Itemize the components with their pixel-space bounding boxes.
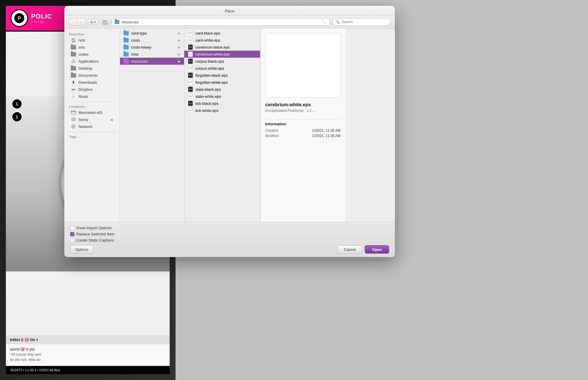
view-chevron-icon: ▾ <box>94 20 96 24</box>
file-item-cerebrium-black[interactable]: EPS cerebrium-black.eps <box>184 44 260 51</box>
preview-modified-row: Modified 1/29/21, 11:35 AM <box>265 134 341 138</box>
macintosh-hd-icon <box>71 110 76 115</box>
file-item-costs-heavy[interactable]: costs-heavy ▶ <box>120 44 184 51</box>
arrow-icon: ▶ <box>178 32 180 35</box>
eps-tick-black-icon: EPS <box>188 101 193 106</box>
documents-icon <box>71 73 76 78</box>
file-item-name-cerebrium-white: cerebrium-white.eps <box>195 52 257 57</box>
search-input[interactable] <box>342 20 388 24</box>
eps-cerebrium-white-icon: EPS <box>188 52 193 57</box>
eps-forgotten-white-icon: EPS <box>188 80 193 85</box>
create-captions-row: Create Static Captions <box>70 238 389 242</box>
sidebar-item-label-arts: arts <box>78 45 85 49</box>
sidebar-item-macintosh-hd[interactable]: Macintosh HD <box>66 109 118 116</box>
sidebar-item-nick[interactable]: 🏠 nick <box>66 37 118 44</box>
search-box: 🔍 <box>332 18 391 26</box>
svg-rect-13 <box>72 119 75 120</box>
sidebar-item-label-desktop: Desktop <box>78 66 92 71</box>
options-button[interactable]: Options <box>70 245 93 254</box>
file-item-misc[interactable]: misc ▶ <box>120 51 184 58</box>
comic-text-area: spend 🎯 to pla "Of course they won for t… <box>6 344 170 366</box>
file-item-name-misc: misc <box>131 52 176 57</box>
folder-misc-icon <box>123 52 129 57</box>
file-item-name-cerebrium-black: cerebrium-black.eps <box>195 45 257 49</box>
file-column-2: EPS card-black.eps EPS card-white.eps EP… <box>184 28 260 222</box>
file-item-resources[interactable]: resources ▶ <box>120 58 184 65</box>
dialog-buttons-row: Options Cancel Open <box>70 245 389 254</box>
open-button[interactable]: Open <box>365 245 389 254</box>
tags-label: Tags <box>64 134 120 139</box>
file-item-name-card-black: card-black.eps <box>195 31 257 35</box>
view-button[interactable]: ⊞ ▾ <box>88 19 99 25</box>
show-import-options-checkbox[interactable] <box>70 226 74 230</box>
file-item-card-type[interactable]: card-type ▶ <box>120 30 184 37</box>
sidebar-item-servy[interactable]: Servy ⏏ <box>66 116 118 123</box>
back-button[interactable]: ‹ <box>69 19 77 25</box>
new-folder-button[interactable] <box>101 19 109 25</box>
preview-filetype: Encapsulated PostScript · 1.2… <box>265 109 341 113</box>
sidebar-item-music[interactable]: ♪ Music <box>66 93 118 100</box>
file-item-name-costs: costs <box>131 38 176 42</box>
file-item-card-white[interactable]: EPS card-white.eps <box>184 37 260 44</box>
sidebar-item-applications[interactable]: Applications <box>66 58 118 65</box>
location-dropdown[interactable]: resources ⌃⌄ <box>111 18 330 26</box>
cancel-button[interactable]: Cancel <box>338 245 362 254</box>
replace-selected-checkbox[interactable] <box>70 232 74 236</box>
sidebar-item-downloads[interactable]: ⬇ Downloads <box>66 79 118 86</box>
create-captions-checkbox-item[interactable]: Create Static Captions <box>70 238 114 242</box>
show-import-options-checkbox-item[interactable]: Show Import Options <box>70 226 111 230</box>
sidebar-item-label-macintosh-hd: Macintosh HD <box>78 110 102 115</box>
file-column-1: card-type ▶ costs ▶ costs-heavy ▶ <box>120 28 184 222</box>
file-item-tick-black[interactable]: EPS tick-black.eps <box>184 100 260 107</box>
eps-card-white-icon: EPS <box>188 37 193 43</box>
sidebar-item-dropbox[interactable]: Dropbox <box>66 86 118 93</box>
comic-subtitle: PHYSI <box>31 20 52 24</box>
sidebar-item-desktop[interactable]: Desktop <box>66 65 118 72</box>
file-item-corpus-white[interactable]: EPS corpus-white.eps <box>184 65 260 72</box>
nav-group: ‹ › <box>68 18 85 25</box>
folder-costs-heavy-icon <box>123 44 129 50</box>
eject-icon[interactable]: ⏏ <box>110 118 113 121</box>
folder-arts-icon <box>71 44 76 50</box>
sidebar-item-documents[interactable]: Documents <box>66 72 118 79</box>
file-item-name-forgotten-white: forgotten-white.eps <box>195 80 257 85</box>
sidebar-item-label-servy: Servy <box>78 117 88 122</box>
file-item-state-black[interactable]: EPS state-black.eps <box>184 86 260 93</box>
file-item-tick-white[interactable]: EPS tick-white.eps <box>184 107 260 114</box>
sidebar-item-label-codes: codes <box>78 52 89 57</box>
file-item-state-white[interactable]: EPS state-white.eps <box>184 93 260 100</box>
forward-button[interactable]: › <box>77 19 85 25</box>
sidebar: Favorites 🏠 nick arts codes <box>64 28 120 222</box>
file-item-corpus-black[interactable]: EPS corpus-black.eps <box>184 58 260 65</box>
file-item-costs[interactable]: costs ▶ <box>120 37 184 44</box>
eps-cerebrium-black-icon: EPS <box>188 44 193 50</box>
location-folder-icon <box>115 20 119 24</box>
file-item-forgotten-white[interactable]: EPS forgotten-white.eps <box>184 79 260 86</box>
replace-selected-checkbox-item[interactable]: Replace Selected Item <box>70 232 114 236</box>
sidebar-item-arts[interactable]: arts <box>66 44 118 51</box>
create-captions-checkbox[interactable] <box>70 238 74 242</box>
folder-codes-icon <box>71 52 76 57</box>
create-captions-label: Create Static Captions <box>76 238 114 242</box>
downloads-icon: ⬇ <box>71 80 76 85</box>
file-item-name-state-black: state-black.eps <box>195 87 257 92</box>
dialog-bottom: Show Import Options Replace Selected Ite… <box>64 222 395 257</box>
replace-selected-label: Replace Selected Item <box>76 232 114 236</box>
comic-bottom-bar: 053/072 • v.1.05.3 • ©2021 Ad Atra <box>6 366 170 374</box>
eps-card-black-icon: EPS <box>188 30 193 36</box>
file-item-name-resources: resources <box>131 59 176 64</box>
file-item-card-black[interactable]: EPS card-black.eps <box>184 30 260 37</box>
sidebar-item-codes[interactable]: codes <box>66 51 118 58</box>
dialog-title: Place <box>225 9 235 13</box>
sidebar-item-label-applications: Applications <box>78 59 99 64</box>
dialog-titlebar: Place <box>64 6 395 16</box>
sidebar-item-network[interactable]: Network <box>66 123 118 130</box>
svg-marker-9 <box>72 59 75 62</box>
sidebar-item-label-downloads: Downloads <box>78 80 97 85</box>
file-item-name-corpus-white: corpus-white.eps <box>195 66 257 71</box>
file-item-cerebrium-white[interactable]: EPS cerebrium-white.eps <box>184 51 260 58</box>
created-label: Created <box>265 129 278 133</box>
folder-costs-icon <box>123 37 129 43</box>
location-name: resources <box>122 20 319 24</box>
file-item-forgotten-black[interactable]: EPS forgotten-black.eps <box>184 72 260 79</box>
